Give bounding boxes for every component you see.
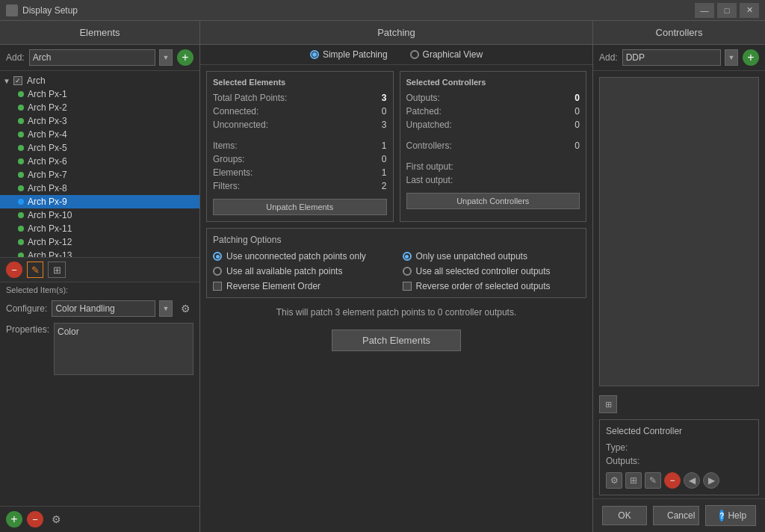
groups-label: Groups: xyxy=(213,154,245,164)
graphical-view-tab[interactable]: Graphical View xyxy=(410,49,483,60)
patching-panel-header: Patching xyxy=(200,21,592,45)
option-unconnected[interactable]: Use unconnected patch points only xyxy=(213,251,391,262)
elements-add-action-button[interactable]: + xyxy=(6,511,22,528)
tree-item-px7[interactable]: Arch Px-7 xyxy=(0,168,199,182)
cancel-button[interactable]: Cancel xyxy=(653,506,699,525)
last-output-row: Last output: xyxy=(406,173,580,187)
connected-value: 0 xyxy=(382,106,387,117)
controllers-value: 0 xyxy=(574,140,580,151)
sc-gear-button[interactable]: ⚙ xyxy=(606,472,622,489)
configure-label: Configure: xyxy=(6,303,47,314)
unpatch-controllers-button[interactable]: Unpatch Controllers xyxy=(406,193,580,209)
checkbox-reverse-element[interactable] xyxy=(213,282,222,291)
groups-row: Groups: 0 xyxy=(213,152,387,166)
option-reverse-selected[interactable]: Reverse order of selected outputs xyxy=(403,281,580,291)
graphical-view-radio[interactable] xyxy=(410,50,419,59)
controllers-type-dropdown[interactable]: DDP xyxy=(622,49,721,66)
minimize-button[interactable]: — xyxy=(695,3,714,18)
tree-item-px4[interactable]: Arch Px-4 xyxy=(0,128,199,141)
sc-prev-button[interactable]: ◀ xyxy=(684,472,700,489)
tree-item-px12[interactable]: Arch Px-12 xyxy=(0,235,199,249)
filters-value: 2 xyxy=(382,181,387,191)
patched-row: Patched: 0 xyxy=(406,105,580,118)
sc-next-button[interactable]: ▶ xyxy=(703,472,719,489)
controllers-grid-button[interactable]: ⊞ xyxy=(599,395,617,413)
properties-value: Color xyxy=(58,327,79,337)
radio-unconnected[interactable] xyxy=(213,252,222,261)
elements-tree[interactable]: ▼ ✓ Arch Arch Px-1 Arch Px-2 Arch Px-3 A… xyxy=(0,71,199,257)
simple-patching-label: Simple Patching xyxy=(323,49,388,60)
patching-panel: Patching Simple Patching Graphical View … xyxy=(200,21,593,532)
tree-item-px2[interactable]: Arch Px-2 xyxy=(0,101,199,114)
elements-type-dropdown[interactable]: Arch xyxy=(29,49,155,66)
connected-label: Connected: xyxy=(213,106,258,117)
tree-item-px10[interactable]: Arch Px-10 xyxy=(0,208,199,222)
configure-dropdown[interactable]: Color Handling xyxy=(52,300,155,317)
elements-action-row: + − ⚙ xyxy=(0,506,199,532)
grid-view-button[interactable]: ⊞ xyxy=(48,262,66,278)
controllers-add-row: Add: DDP ▼ + xyxy=(593,45,765,71)
help-button[interactable]: ? Help xyxy=(705,505,756,526)
tree-item-px6[interactable]: Arch Px-6 xyxy=(0,155,199,168)
remove-element-button[interactable]: − xyxy=(6,262,22,278)
dot-icon-px7 xyxy=(18,172,24,178)
total-patch-value: 3 xyxy=(382,93,387,103)
option-selected-controller-outputs-label: Use all selected controller outputs xyxy=(416,266,551,276)
elements-panel-header: Elements xyxy=(0,21,199,45)
edit-element-button[interactable]: ✎ xyxy=(27,262,43,278)
item-label-px6: Arch Px-6 xyxy=(28,156,67,167)
tree-root-item[interactable]: ▼ ✓ Arch xyxy=(0,74,199,87)
item-label-px9: Arch Px-9 xyxy=(28,197,67,207)
sc-type-row: Type: xyxy=(606,441,752,454)
option-reverse-element[interactable]: Reverse Element Order xyxy=(213,281,391,291)
configure-dropdown-arrow[interactable]: ▼ xyxy=(159,300,173,317)
option-all-available[interactable]: Use all available patch points xyxy=(213,266,391,276)
tree-item-px3[interactable]: Arch Px-3 xyxy=(0,114,199,128)
sc-remove-button[interactable]: − xyxy=(664,472,681,489)
elements-settings-button[interactable]: ⚙ xyxy=(48,511,64,528)
option-selected-controller-outputs[interactable]: Use all selected controller outputs xyxy=(403,266,580,276)
sc-edit-button[interactable]: ✎ xyxy=(645,472,661,489)
root-checkbox[interactable]: ✓ xyxy=(13,76,22,85)
ok-button[interactable]: OK xyxy=(602,506,647,525)
configure-gear-button[interactable]: ⚙ xyxy=(177,300,193,317)
tree-item-px5[interactable]: Arch Px-5 xyxy=(0,141,199,155)
radio-unpatched-outputs[interactable] xyxy=(403,252,412,261)
tree-item-px9[interactable]: Arch Px-9 xyxy=(0,195,199,208)
controllers-add-label: Add: xyxy=(599,52,618,63)
maximize-button[interactable]: □ xyxy=(717,3,737,18)
item-label-px7: Arch Px-7 xyxy=(28,170,67,180)
simple-patching-radio[interactable] xyxy=(310,50,319,59)
tree-item-px8[interactable]: Arch Px-8 xyxy=(0,182,199,195)
unconnected-label: Unconnected: xyxy=(213,120,268,130)
help-icon: ? xyxy=(719,510,724,522)
tree-item-px1[interactable]: Arch Px-1 xyxy=(0,87,199,101)
selected-elements-box: Selected Elements Total Patch Points: 3 … xyxy=(206,71,394,222)
dot-icon-px8 xyxy=(18,185,24,191)
radio-selected-controller-outputs[interactable] xyxy=(403,267,412,276)
simple-patching-tab[interactable]: Simple Patching xyxy=(310,49,388,60)
tree-item-px11[interactable]: Arch Px-11 xyxy=(0,222,199,235)
sc-toolbar: ⚙ ⊞ ✎ − ◀ ▶ xyxy=(606,468,752,489)
first-output-label: First output: xyxy=(406,161,453,172)
item-label-px1: Arch Px-1 xyxy=(28,89,67,99)
dot-icon-px6 xyxy=(18,158,24,164)
dot-icon-px12 xyxy=(18,239,24,245)
unpatch-elements-button[interactable]: Unpatch Elements xyxy=(213,199,387,215)
elements-dropdown-arrow[interactable]: ▼ xyxy=(159,49,173,66)
patch-elements-button[interactable]: Patch Elements xyxy=(332,330,461,351)
controllers-dropdown-arrow[interactable]: ▼ xyxy=(725,49,738,66)
item-label-px12: Arch Px-12 xyxy=(28,237,72,247)
controllers-row: Controllers: 0 xyxy=(406,139,580,152)
dot-icon-px2 xyxy=(18,105,24,111)
close-button[interactable]: ✕ xyxy=(740,3,759,18)
tree-item-px13[interactable]: Arch Px-13 xyxy=(0,249,199,257)
option-unpatched-outputs[interactable]: Only use unpatched outputs xyxy=(403,251,580,262)
elements-add-label: Add: xyxy=(6,52,25,63)
elements-remove-action-button[interactable]: − xyxy=(27,511,43,528)
elements-add-button[interactable]: + xyxy=(177,49,193,66)
checkbox-reverse-selected[interactable] xyxy=(403,282,412,291)
radio-all-available[interactable] xyxy=(213,267,222,276)
sc-grid-button[interactable]: ⊞ xyxy=(625,472,642,489)
controllers-add-button[interactable]: + xyxy=(743,49,759,66)
